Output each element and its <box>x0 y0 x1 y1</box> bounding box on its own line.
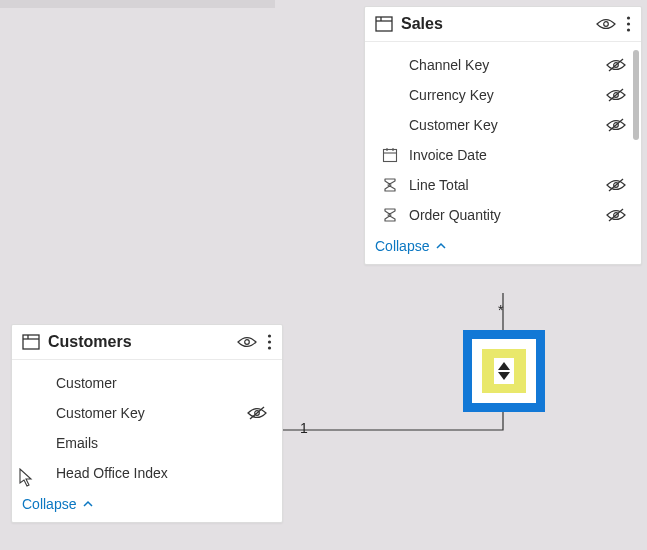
more-options-icon[interactable] <box>626 15 631 33</box>
hidden-eye-icon[interactable] <box>605 118 627 132</box>
arrow-down-icon <box>498 372 510 380</box>
svg-rect-13 <box>384 150 397 162</box>
visibility-toggle[interactable] <box>596 17 616 31</box>
table-header: Sales <box>365 7 641 42</box>
chevron-up-icon <box>435 240 447 252</box>
svg-rect-0 <box>376 17 392 31</box>
cardinality-one: 1 <box>300 420 308 436</box>
sigma-icon <box>379 177 401 193</box>
calendar-icon <box>379 147 401 163</box>
filter-handle-highlight <box>482 349 526 393</box>
table-card-customers[interactable]: Customers CustomerCustomer KeyEmailsHead… <box>11 324 283 523</box>
hidden-eye-icon[interactable] <box>605 58 627 72</box>
field-row[interactable]: Invoice Date <box>373 140 633 170</box>
field-label: Order Quantity <box>401 207 605 223</box>
field-label: Customer Key <box>401 117 605 133</box>
table-icon <box>22 333 40 351</box>
arrow-up-icon <box>498 362 510 370</box>
filter-handle-inner <box>472 339 536 403</box>
filter-direction-indicator <box>494 358 514 384</box>
field-label: Channel Key <box>401 57 605 73</box>
table-title: Customers <box>48 333 237 351</box>
svg-point-30 <box>268 346 271 349</box>
table-title: Sales <box>401 15 596 33</box>
hidden-eye-icon[interactable] <box>246 406 268 420</box>
chevron-up-icon <box>82 498 94 510</box>
visibility-toggle[interactable] <box>237 335 257 349</box>
field-row[interactable]: Head Office Index <box>20 458 274 488</box>
field-list: Channel KeyCurrency KeyCustomer KeyInvoi… <box>365 42 641 234</box>
field-list: CustomerCustomer KeyEmailsHead Office In… <box>12 360 282 492</box>
relationship-filter-handle[interactable] <box>463 330 545 412</box>
field-row[interactable]: Currency Key <box>373 80 633 110</box>
field-row[interactable]: Line Total <box>373 170 633 200</box>
field-row[interactable]: Order Quantity <box>373 200 633 230</box>
svg-point-5 <box>627 22 630 25</box>
field-label: Invoice Date <box>401 147 605 163</box>
field-row[interactable]: Emails <box>20 428 274 458</box>
collapse-label: Collapse <box>375 238 429 254</box>
svg-point-27 <box>245 340 250 345</box>
collapse-label: Collapse <box>22 496 76 512</box>
svg-point-6 <box>627 28 630 31</box>
field-label: Customer Key <box>48 405 246 421</box>
mouse-cursor <box>19 468 35 491</box>
table-header: Customers <box>12 325 282 360</box>
field-row[interactable]: Customer Key <box>373 110 633 140</box>
svg-point-29 <box>268 340 271 343</box>
field-row[interactable]: Channel Key <box>373 50 633 80</box>
table-icon <box>375 15 393 33</box>
scrollbar-thumb[interactable] <box>633 50 639 140</box>
svg-point-3 <box>604 22 609 27</box>
field-row[interactable]: Customer <box>20 368 274 398</box>
field-row[interactable]: Customer Key <box>20 398 274 428</box>
collapse-link[interactable]: Collapse <box>12 492 282 522</box>
hidden-eye-icon[interactable] <box>605 178 627 192</box>
field-label: Head Office Index <box>48 465 246 481</box>
more-options-icon[interactable] <box>267 333 272 351</box>
sigma-icon <box>379 207 401 223</box>
svg-point-4 <box>627 16 630 19</box>
hidden-eye-icon[interactable] <box>605 208 627 222</box>
field-label: Emails <box>48 435 246 451</box>
hidden-eye-icon[interactable] <box>605 88 627 102</box>
table-card-sales[interactable]: Sales Channel KeyCurrency KeyCustomer Ke… <box>364 6 642 265</box>
svg-rect-24 <box>23 335 39 349</box>
field-label: Line Total <box>401 177 605 193</box>
cardinality-many: * <box>498 302 503 318</box>
collapse-link[interactable]: Collapse <box>365 234 641 264</box>
field-label: Currency Key <box>401 87 605 103</box>
svg-point-28 <box>268 334 271 337</box>
field-label: Customer <box>48 375 246 391</box>
workspace-top-edge <box>0 0 275 8</box>
